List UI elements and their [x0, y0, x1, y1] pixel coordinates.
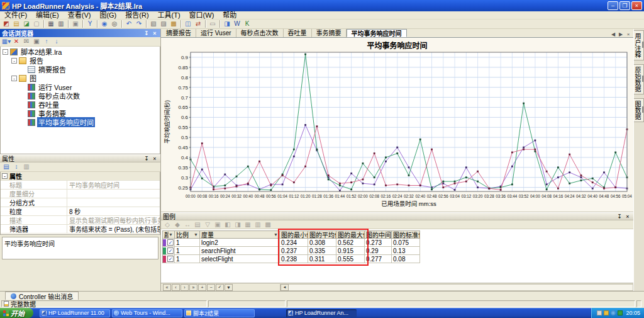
tab-close-icon[interactable]: ×	[625, 31, 632, 37]
side-tab-user-notes[interactable]: 用户注释	[634, 30, 644, 60]
merge-graphs-icon[interactable]: ▧	[148, 20, 158, 28]
nav-insert-icon[interactable]: +	[198, 284, 206, 291]
nav-post-icon[interactable]: ✓	[216, 284, 224, 291]
auto-correlate-icon[interactable]: ▩	[169, 20, 179, 28]
property-row[interactable]: 描述 显示负载测试期间每秒内执行事务所需的平均...	[1, 216, 160, 225]
move-up-icon[interactable]: ↑	[42, 37, 52, 46]
legend-tool-9[interactable]: ▦	[243, 220, 253, 229]
legend-tool-2[interactable]: ◆	[172, 220, 182, 229]
series-visible-checkbox[interactable]: ✓	[167, 256, 174, 262]
pin-icon[interactable]: ↧	[143, 30, 150, 37]
col-graph-median[interactable]: 图的中间值▼	[365, 230, 392, 239]
series-visible-checkbox[interactable]: ✓	[167, 247, 174, 254]
save-icon[interactable]: ▢	[31, 20, 42, 28]
compare-icon[interactable]: ⇄	[193, 20, 203, 28]
export-word-icon[interactable]: W	[232, 20, 242, 28]
printer-tray-icon[interactable]	[597, 310, 602, 315]
tree-item-throughput[interactable]: 吞吐量	[1, 100, 160, 109]
new-page-icon[interactable]: ▭	[208, 20, 218, 28]
zoom-icon[interactable]: ◎	[109, 20, 119, 28]
close-button[interactable]: ×	[631, 1, 642, 10]
tab-running-vuser[interactable]: 运行 Vuser	[196, 29, 236, 37]
open-result-icon[interactable]: ◩	[1, 20, 11, 28]
task-result-folder[interactable]: 脚本2结果	[184, 309, 255, 317]
tree-item-summary-report[interactable]: 摘要报告	[1, 65, 160, 74]
open-session-icon[interactable]: ▤	[11, 20, 21, 28]
task-web-tours[interactable]: Web Tours - Wind...	[112, 309, 182, 317]
tree-item-root[interactable]: - 脚本2结果.lra	[1, 47, 160, 56]
collapse-icon[interactable]: -	[3, 49, 8, 55]
legend-row-login2[interactable]: ✓ 1 login2 0.234 0.308 0.562 0.273 0.075	[162, 239, 420, 247]
col-graph-avg[interactable]: 图的平均值▼	[308, 230, 336, 239]
legend-row-selectflight[interactable]: ✓ 1 selectFlight 0.238 0.311 0.555 0.277…	[162, 255, 420, 263]
pin-icon[interactable]: ↧	[616, 213, 623, 220]
col-graph-stddev[interactable]: 图的标准偏▼	[392, 230, 420, 239]
tab-scroll-right-icon[interactable]: ▶	[617, 31, 625, 37]
menu-report[interactable]: 报告(R)	[121, 11, 153, 20]
properties-section-row[interactable]: - 属性	[1, 172, 160, 181]
collapse-icon[interactable]: -	[2, 173, 8, 179]
col-graph-max[interactable]: 图的最大值▼	[336, 230, 365, 239]
series-visible-checkbox[interactable]: ✓	[167, 239, 174, 246]
tab-transaction-summary[interactable]: 事务摘要	[312, 29, 347, 37]
tree-item-reports[interactable]: - 报告	[1, 56, 160, 65]
redo-icon[interactable]: ↷	[134, 20, 144, 28]
col-graph-min[interactable]: 图的最小值▼	[280, 230, 308, 239]
nav-next-icon[interactable]: ›	[180, 284, 189, 291]
network-tray-icon[interactable]	[611, 310, 616, 315]
property-row[interactable]: 分组方式	[1, 198, 160, 207]
side-tab-raw-data[interactable]: 原始数据	[634, 64, 644, 94]
tree-item-transaction-summary[interactable]: 事务摘要	[1, 109, 160, 118]
nav-delete-icon[interactable]: −	[207, 284, 215, 291]
property-row[interactable]: 筛选器 事务结束状态 = (Pass), (未包括思考时间)	[1, 225, 160, 234]
nav-last-icon[interactable]: »	[189, 284, 197, 291]
legend-tool-5[interactable]: ▽	[203, 220, 213, 229]
categorized-icon[interactable]: ▤	[1, 162, 11, 171]
tab-scroll-left-icon[interactable]: ◀	[609, 31, 617, 37]
dropdown-icon[interactable]: ▼	[194, 232, 198, 237]
nav-prev-icon[interactable]: ‹	[172, 284, 180, 291]
property-row[interactable]: 度量细分	[1, 190, 160, 198]
menu-help[interactable]: 帮助	[218, 11, 241, 20]
menu-edit[interactable]: 编辑(E)	[31, 11, 64, 20]
nav-filter-icon[interactable]: ▼	[225, 284, 233, 291]
pin-icon[interactable]: ↧	[143, 155, 150, 162]
export-html-icon[interactable]: ◨	[222, 20, 232, 28]
legend-tool-7[interactable]: ◧	[223, 220, 233, 229]
col-measurement[interactable]: 度量▼	[200, 230, 280, 239]
legend-tool-3[interactable]: ↔	[182, 220, 192, 229]
cross-result-icon[interactable]: ▨	[158, 20, 169, 28]
print-icon[interactable]: ▦	[46, 20, 56, 28]
collapse-icon[interactable]: -	[11, 58, 17, 64]
legend-tool-4[interactable]: ▤	[192, 220, 203, 229]
legend-tool-6[interactable]: ▣	[213, 220, 223, 229]
mail-icon[interactable]: ✉	[21, 37, 31, 46]
start-button[interactable]: 开始	[0, 308, 33, 318]
menu-window[interactable]: 窗口(W)	[185, 11, 219, 20]
undo-icon[interactable]: ↶	[124, 20, 134, 28]
side-tab-graph-data[interactable]: 图数据	[634, 98, 644, 122]
nav-first-icon[interactable]: «	[163, 284, 171, 291]
tree-item-avg-transaction-response-time[interactable]: 平均事务响应时间	[1, 118, 160, 127]
scroll-left-icon[interactable]: ◂	[280, 284, 289, 291]
export-excel-icon[interactable]: K	[242, 20, 252, 28]
dropdown-icon[interactable]: ▼	[169, 232, 173, 237]
legend-row-searchflight[interactable]: ✓ 1 searchFlight 0.237 0.335 0.915 0.29 …	[162, 247, 420, 255]
tree-item-hits-per-second[interactable]: 每秒点击次数	[1, 91, 160, 100]
tab-avg-transaction-response-time[interactable]: 平均事务响应时间	[347, 29, 407, 37]
menu-graph[interactable]: 图(G)	[95, 11, 121, 20]
col-color[interactable]: 颜色▼	[162, 230, 175, 239]
tab-hits-per-second[interactable]: 每秒点击次数	[236, 29, 284, 37]
col-scale[interactable]: 比例▼	[175, 230, 200, 239]
copy-icon[interactable]: ▣	[70, 20, 80, 28]
task-hp-loadrunner[interactable]: HP LoadRunner 11.00	[40, 309, 110, 317]
move-down-icon[interactable]: ↓	[52, 37, 62, 46]
close-panel-icon[interactable]: ×	[624, 213, 631, 220]
delete-item-icon[interactable]: ✕	[11, 37, 21, 46]
tab-throughput[interactable]: 吞吐量	[284, 29, 312, 37]
duplicate-icon[interactable]: ▣	[31, 37, 42, 46]
close-panel-icon[interactable]: ×	[151, 155, 158, 162]
restore-button[interactable]: ❐	[619, 1, 630, 10]
property-pages-icon[interactable]: ▥	[21, 162, 31, 171]
menu-file[interactable]: 文件(F)	[0, 11, 31, 20]
